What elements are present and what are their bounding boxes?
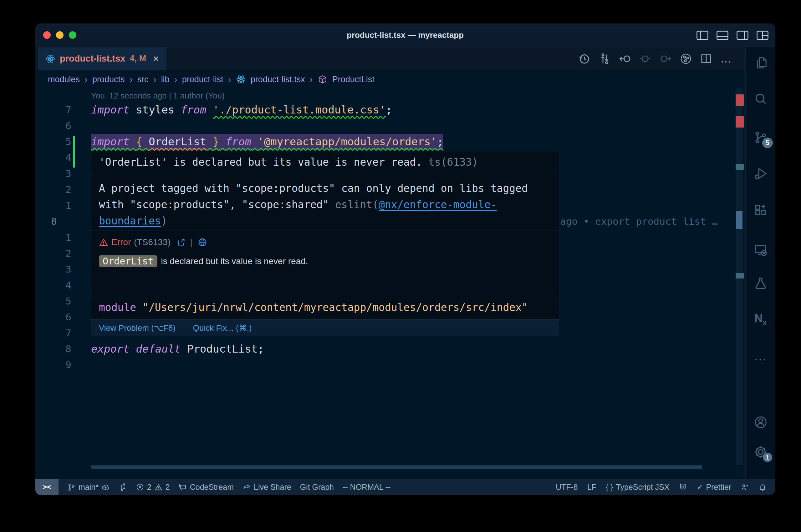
symbol-chip: OrderList xyxy=(99,255,158,267)
code-line[interactable]: 9 xyxy=(35,357,745,373)
line-number[interactable]: 1 xyxy=(35,229,71,245)
breadcrumb-separator: › xyxy=(85,74,88,85)
error-circle-icon xyxy=(136,483,144,491)
eol-status[interactable]: LF xyxy=(587,482,596,492)
line-number[interactable]: 8 xyxy=(35,341,71,357)
encoding-status[interactable]: UTF-8 xyxy=(556,482,578,492)
breadcrumb-src[interactable]: src xyxy=(138,75,149,84)
error-label: Error xyxy=(111,237,131,247)
overview-error-mark xyxy=(735,94,744,106)
line-number[interactable]: 2 xyxy=(35,245,71,261)
nx-console-icon[interactable]: Nx xyxy=(746,312,775,327)
timeline-history-icon[interactable] xyxy=(578,53,590,65)
line-number[interactable]: 5 xyxy=(35,293,71,309)
language-label: TypeScript JSX xyxy=(616,482,670,492)
previous-change-icon[interactable] xyxy=(619,53,631,65)
breadcrumb-separator: › xyxy=(174,74,177,85)
eslint-source-suffix: ) xyxy=(161,215,167,227)
git-branch-status[interactable]: main* xyxy=(67,482,110,492)
problems-status[interactable]: 2 2 xyxy=(136,482,170,492)
quick-fix-action[interactable]: Quick Fix... (⌘.) xyxy=(193,323,252,333)
notifications-status[interactable] xyxy=(759,483,767,491)
breadcrumb-file[interactable]: product-list.tsx xyxy=(251,75,305,84)
line-number[interactable]: 4 xyxy=(35,150,71,166)
breadcrumb-product-list[interactable]: product-list xyxy=(182,75,223,84)
line-number[interactable]: 5 xyxy=(35,134,71,150)
open-external-icon[interactable] xyxy=(177,238,185,247)
prettier-status[interactable]: ✓ Prettier xyxy=(696,482,731,492)
line-number[interactable]: 8 xyxy=(35,213,87,229)
github-icon xyxy=(679,483,687,491)
live-share-status[interactable]: Live Share xyxy=(242,482,291,492)
toggle-panel-icon[interactable] xyxy=(716,30,729,41)
line-number[interactable]: 9 xyxy=(35,357,71,373)
testing-beaker-icon[interactable] xyxy=(746,276,775,291)
line-number[interactable]: 3 xyxy=(35,166,71,182)
search-icon[interactable] xyxy=(746,91,775,106)
source-control-badge: 5 xyxy=(762,137,773,148)
line-number[interactable]: 6 xyxy=(35,309,71,325)
codestream-status[interactable]: CodeStream xyxy=(179,482,234,492)
breadcrumb-symbol[interactable]: ProductList xyxy=(332,75,375,84)
compare-changes-icon[interactable] xyxy=(598,53,611,65)
account-icon[interactable] xyxy=(746,415,775,430)
breadcrumb-modules[interactable]: modules xyxy=(48,75,80,84)
diagnostic-code: ts(6133) xyxy=(429,156,478,168)
git-graph-circle-icon[interactable] xyxy=(679,53,692,65)
code-line[interactable]: 8export default ProductList; xyxy=(35,341,745,357)
code-text: import { OrderList } from '@myreactapp/m… xyxy=(91,134,443,150)
vim-mode-indicator[interactable]: -- NORMAL -- xyxy=(343,482,390,492)
additional-views-icon[interactable]: … xyxy=(746,348,775,363)
symbol-cube-icon xyxy=(317,74,328,84)
line-number[interactable]: 4 xyxy=(35,277,71,293)
customize-layout-icon[interactable] xyxy=(756,30,769,41)
run-debug-icon[interactable] xyxy=(746,166,775,181)
change-nav-disabled-icon xyxy=(639,53,652,65)
view-problem-action[interactable]: View Problem (⌥F8) xyxy=(99,323,176,333)
share-icon xyxy=(242,483,251,491)
gitlens-compare-status[interactable] xyxy=(119,483,127,491)
more-actions-icon[interactable]: … xyxy=(720,53,731,65)
tab-product-list[interactable]: product-list.tsx 4, M × xyxy=(38,47,166,70)
toggle-secondary-sidebar-icon[interactable] xyxy=(736,30,749,41)
breadcrumb-products[interactable]: products xyxy=(92,75,125,84)
source-control-icon[interactable]: 5 xyxy=(746,130,775,145)
gutter-added-lines-indicator xyxy=(73,136,75,168)
horizontal-scrollbar-thumb[interactable] xyxy=(91,466,702,469)
code-line[interactable]: 6 xyxy=(35,118,745,134)
code-line[interactable]: 7import styles from './product-list.modu… xyxy=(35,102,745,118)
line-number[interactable]: 1 xyxy=(35,197,71,213)
error-code: (TS6133) xyxy=(134,237,170,247)
remote-explorer-icon[interactable] xyxy=(746,243,775,258)
feedback-status[interactable] xyxy=(741,483,749,491)
overview-info-mark xyxy=(735,273,744,279)
github-status[interactable] xyxy=(679,483,687,491)
line-number[interactable]: 3 xyxy=(35,261,71,277)
gitlens-blame-annotation[interactable]: You, 12 seconds ago | 1 author (You) xyxy=(91,88,225,104)
bell-icon xyxy=(759,483,767,491)
settings-gear-icon[interactable]: 1 xyxy=(746,444,775,459)
language-mode-status[interactable]: { } TypeScript JSX xyxy=(606,482,670,492)
remote-indicator[interactable]: >< xyxy=(35,479,58,495)
activity-bar: 5 Nx … 1 xyxy=(745,47,775,479)
line-number[interactable]: 2 xyxy=(35,182,71,197)
line-number[interactable]: 7 xyxy=(35,102,71,118)
tab-label: product-list.tsx xyxy=(60,54,125,64)
extensions-icon[interactable] xyxy=(746,203,775,217)
code-line[interactable]: 5import { OrderList } from '@myreactapp/… xyxy=(35,134,745,150)
close-tab-icon[interactable]: × xyxy=(153,53,159,64)
inline-blame-annotation: ago • export product list … xyxy=(560,213,718,229)
vertical-scrollbar-thumb[interactable] xyxy=(736,211,743,229)
toggle-primary-sidebar-icon[interactable] xyxy=(696,30,709,41)
git-graph-status[interactable]: Git Graph xyxy=(300,482,334,492)
error-hover-popup: 'OrderList' is declared but its value is… xyxy=(91,151,559,322)
globe-icon[interactable] xyxy=(198,238,207,247)
line-number[interactable]: 7 xyxy=(35,325,71,341)
git-graph-label: Git Graph xyxy=(300,482,334,492)
explorer-icon[interactable] xyxy=(746,55,775,70)
line-number[interactable]: 6 xyxy=(35,118,71,134)
settings-badge: 1 xyxy=(763,453,772,462)
breadcrumb-lib[interactable]: lib xyxy=(161,75,169,84)
split-editor-icon[interactable] xyxy=(700,53,712,65)
codestream-label: CodeStream xyxy=(190,482,234,492)
